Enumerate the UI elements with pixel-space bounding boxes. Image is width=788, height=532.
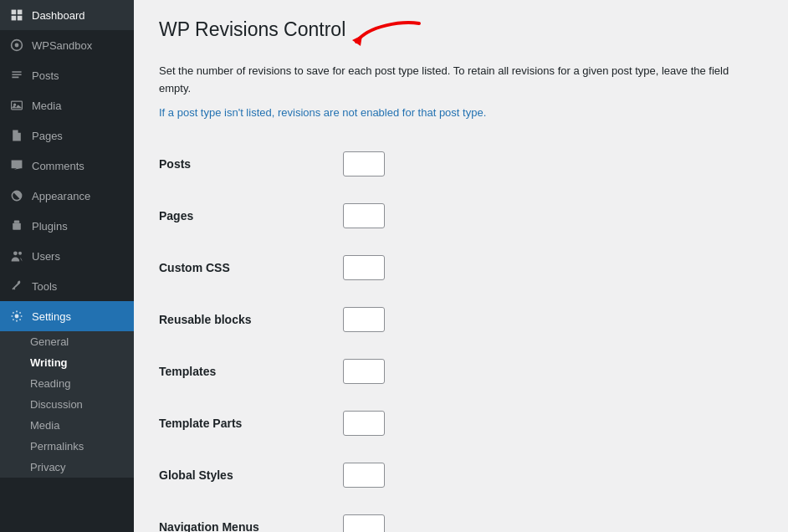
sidebar-item-settings-label: Settings [32,310,71,323]
svg-rect-1 [18,10,23,15]
sidebar-item-users-label: Users [32,250,60,263]
table-row-templates: Templates [159,345,763,397]
sidebar: Dashboard WPSandbox Posts Media Pages Co… [0,0,134,532]
description-line2: If a post type isn't listed, revisions a… [159,105,763,122]
submenu-item-reading[interactable]: Reading [0,373,134,394]
sidebar-item-appearance-label: Appearance [32,190,90,202]
sidebar-item-appearance[interactable]: Appearance [0,181,134,211]
sidebar-item-pages-label: Pages [32,130,63,142]
svg-rect-6 [12,101,23,110]
svg-point-7 [13,104,16,106]
submenu-item-discussion[interactable]: Discussion [0,394,134,415]
field-input-templates[interactable] [343,359,385,384]
submenu-item-writing[interactable]: Writing [0,352,134,373]
table-row-navigation-menus: Navigation Menus [159,501,763,532]
field-label-pages: Pages [159,209,193,223]
sidebar-item-comments[interactable]: Comments [0,151,134,181]
users-icon [8,248,25,264]
wpsandbox-icon [8,37,25,54]
submenu-item-privacy[interactable]: Privacy [0,457,134,478]
media-icon [8,97,25,114]
sidebar-item-users[interactable]: Users [0,241,134,271]
field-label-reusable-blocks: Reusable blocks [159,313,252,326]
svg-marker-13 [352,35,362,46]
sidebar-item-wpsandbox[interactable]: WPSandbox [0,30,134,60]
svg-rect-0 [12,10,17,15]
svg-rect-3 [18,16,23,21]
tools-icon [8,278,25,294]
posts-icon [8,67,25,84]
sidebar-item-tools-label: Tools [32,280,57,293]
description-line1: Set the number of revisions to save for … [159,63,763,98]
field-input-template-parts[interactable] [343,411,385,436]
svg-rect-9 [13,223,21,230]
table-row-posts: Posts [159,138,763,190]
table-row-custom-css: Custom CSS [159,242,763,294]
submenu-item-permalinks[interactable]: Permalinks [0,436,134,457]
settings-submenu: General Writing Reading Discussion Media… [0,331,134,478]
comments-icon [8,157,25,174]
svg-rect-8 [14,221,19,223]
sidebar-item-pages[interactable]: Pages [0,120,134,151]
sidebar-item-tools[interactable]: Tools [0,271,134,301]
sidebar-item-posts-label: Posts [32,69,59,82]
field-input-custom-css[interactable] [343,255,385,280]
field-input-pages[interactable] [343,203,385,228]
svg-rect-2 [12,16,17,21]
field-input-navigation-menus[interactable] [343,514,385,532]
appearance-icon [8,187,25,204]
field-label-posts: Posts [159,157,191,171]
table-row-global-styles: Global Styles [159,449,763,501]
sidebar-item-dashboard[interactable]: Dashboard [0,0,134,30]
sidebar-item-wpsandbox-label: WPSandbox [32,39,92,52]
field-input-posts[interactable] [343,151,385,176]
field-input-reusable-blocks[interactable] [343,307,385,332]
field-label-navigation-menus: Navigation Menus [159,520,259,532]
svg-point-5 [15,43,19,48]
settings-icon [8,308,25,325]
field-input-global-styles[interactable] [343,463,385,488]
sidebar-item-dashboard-label: Dashboard [32,9,85,22]
submenu-item-general[interactable]: General [0,331,134,352]
field-label-template-parts: Template Parts [159,417,242,430]
field-label-templates: Templates [159,365,216,378]
pages-icon [8,127,25,144]
plugins-icon [8,217,25,234]
table-row-template-parts: Template Parts [159,397,763,449]
page-title: WP Revisions Control [159,18,345,41]
svg-point-12 [15,315,19,319]
field-label-global-styles: Global Styles [159,468,233,482]
table-row-pages: Pages [159,190,763,242]
dashboard-icon [8,7,25,23]
submenu-item-media[interactable]: Media [0,415,134,436]
sidebar-item-media-label: Media [32,100,61,112]
sidebar-item-plugins[interactable]: Plugins [0,211,134,241]
field-label-custom-css: Custom CSS [159,261,230,274]
sidebar-item-plugins-label: Plugins [32,220,68,233]
sidebar-item-posts[interactable]: Posts [0,60,134,90]
table-row-reusable-blocks: Reusable blocks [159,294,763,345]
svg-point-10 [13,251,18,255]
sidebar-item-media[interactable]: Media [0,90,134,120]
sidebar-item-settings[interactable]: Settings [0,301,134,331]
red-arrow-annotation [352,17,427,53]
svg-point-11 [18,252,22,255]
sidebar-item-comments-label: Comments [32,160,84,172]
main-content: WP Revisions Control Set the number of r… [134,0,788,532]
revisions-form-table: Posts Pages Custom CSS Reusable blocks [159,138,763,532]
